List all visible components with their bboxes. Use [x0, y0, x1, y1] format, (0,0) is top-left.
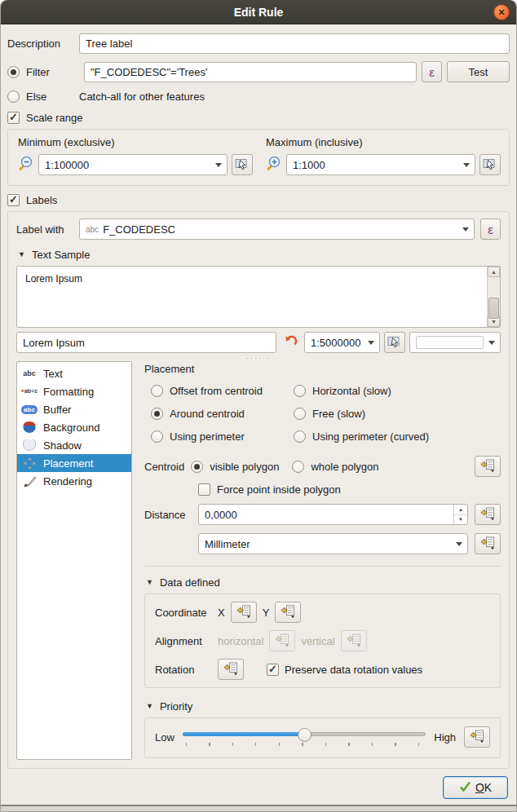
scrollbar-track[interactable]: [488, 277, 500, 316]
divider: [144, 566, 501, 567]
test-button[interactable]: Test: [447, 61, 510, 82]
rotation-data-defined-button[interactable]: [218, 659, 244, 680]
description-row: Description Tree label: [7, 33, 510, 54]
set-max-scale-from-canvas-button[interactable]: [479, 154, 501, 175]
label-field-combo[interactable]: abc F_CODEDESC: [79, 218, 475, 240]
priority-slider[interactable]: [183, 728, 426, 746]
else-description: Catch-all for other features: [79, 90, 205, 103]
data-defined-header[interactable]: ▼ Data defined: [146, 576, 501, 589]
preview-scrollbar[interactable]: ▲ ▼: [487, 267, 500, 327]
sample-scale-combo[interactable]: 1:5000000: [304, 332, 380, 353]
map-cursor-icon: [483, 157, 497, 173]
coordinate-y-data-defined-button[interactable]: [275, 602, 301, 623]
centroid-data-defined-button[interactable]: [475, 456, 501, 477]
chevron-down-icon: [210, 155, 227, 174]
buffer-icon: abc: [20, 405, 38, 414]
scale-range-label: Scale range: [26, 112, 82, 124]
ok-button[interactable]: OK: [443, 776, 508, 799]
edit-rule-dialog: Edit Rule ✕ Description Tree label Filte…: [0, 0, 517, 812]
priority-header[interactable]: ▼ Priority: [146, 700, 501, 713]
splitter-handle[interactable]: ······: [16, 355, 501, 361]
force-point-inside-checkbox[interactable]: [198, 483, 210, 496]
labels-toggle-row: Labels: [7, 194, 510, 206]
radio-around-centroid[interactable]: Around centroid: [151, 408, 294, 420]
priority-data-defined-button[interactable]: [464, 726, 490, 748]
vertical-label: vertical: [301, 635, 334, 647]
labels-label: Labels: [26, 194, 57, 206]
data-defined-icon: [480, 536, 495, 552]
maximum-scale-combo[interactable]: 1:1000: [286, 154, 475, 175]
preserve-rotation-label: Preserve data rotation values: [285, 664, 422, 676]
formatting-icon: +ab< c: [20, 389, 38, 394]
style-item-background[interactable]: Background: [17, 418, 131, 436]
slider-thumb[interactable]: [298, 728, 312, 742]
epsilon-icon: ε: [488, 223, 493, 236]
priority-low-label: Low: [155, 731, 175, 744]
radio-visible-polygon[interactable]: visible polygon: [191, 461, 279, 473]
paintbrush-icon: [20, 474, 38, 488]
radio-offset-from-centroid[interactable]: Offset from centroid: [151, 385, 294, 397]
sample-scale-from-canvas-button[interactable]: [384, 332, 405, 353]
scale-range-toggle-row: Scale range: [7, 112, 510, 124]
epsilon-icon: ε: [429, 65, 435, 79]
centroid-row: Centroid visible polygon whole polygon: [144, 456, 501, 477]
label-settings-area: abc Text +ab< c Formatting abc Buffer: [16, 361, 501, 760]
reset-sample-button[interactable]: [281, 332, 300, 353]
dialog-content: Description Tree label Filter "F_CODEDES…: [1, 24, 516, 805]
style-item-text[interactable]: abc Text: [17, 364, 131, 382]
spin-down-icon: ▼: [454, 515, 467, 525]
distance-spinbox[interactable]: 0,0000 ▲▼: [198, 504, 468, 525]
undo-arrow-icon: [284, 335, 298, 351]
data-defined-icon: [470, 730, 484, 745]
sample-text-input[interactable]: Lorem Ipsum: [16, 332, 276, 353]
else-radio[interactable]: [7, 90, 20, 103]
scroll-up-icon[interactable]: ▲: [488, 267, 500, 277]
y-label: Y: [263, 607, 270, 619]
centroid-label: Centroid: [144, 461, 184, 473]
set-min-scale-from-canvas-button[interactable]: [232, 154, 253, 175]
expression-builder-button[interactable]: ε: [422, 61, 442, 82]
distance-row: Distance 0,0000 ▲▼: [144, 504, 501, 525]
radio-whole-polygon[interactable]: whole polygon: [292, 461, 378, 473]
radio-horizontal-slow[interactable]: Horizontal (slow): [294, 385, 501, 397]
sample-background-color-combo[interactable]: [409, 332, 501, 353]
minimum-scale-combo[interactable]: 1:100000: [38, 154, 228, 175]
style-item-buffer[interactable]: abc Buffer: [17, 400, 131, 418]
coordinate-x-data-defined-button[interactable]: [231, 602, 257, 623]
text-sample-title: Text Sample: [32, 249, 91, 261]
labels-checkbox[interactable]: [7, 194, 20, 206]
priority-group: Low High: [144, 717, 501, 758]
filter-radio[interactable]: [7, 66, 20, 78]
preserve-rotation-checkbox[interactable]: [267, 664, 279, 676]
radio-using-perimeter[interactable]: Using perimeter: [151, 430, 294, 443]
scrollbar-thumb[interactable]: [488, 298, 499, 319]
radio-using-perimeter-curved[interactable]: Using perimeter (curved): [294, 430, 501, 443]
scale-range-checkbox[interactable]: [7, 112, 20, 124]
label-style-list: abc Text +ab< c Formatting abc Buffer: [16, 361, 132, 760]
titlebar[interactable]: Edit Rule ✕: [1, 0, 516, 24]
alignment-row: Alignment horizontal: [155, 630, 490, 651]
maximum-scale-col: Maximum (inclusive) 1:1000: [264, 135, 501, 175]
label-expression-button[interactable]: ε: [480, 218, 501, 240]
force-point-inside-label: Force point inside polygon: [217, 483, 341, 496]
text-sample-header[interactable]: ▼ Text Sample: [18, 249, 501, 261]
distance-data-defined-button[interactable]: [475, 504, 501, 525]
filter-expression-input[interactable]: "F_CODEDESC"='Trees': [84, 62, 417, 82]
close-button[interactable]: ✕: [493, 4, 510, 20]
radio-free-slow[interactable]: Free (slow): [294, 408, 501, 420]
minimum-scale-label: Minimum (exclusive): [18, 136, 253, 148]
style-item-shadow[interactable]: Shadow: [17, 436, 131, 454]
spin-arrows[interactable]: ▲▼: [453, 505, 467, 524]
style-item-placement[interactable]: Placement: [17, 454, 131, 472]
scale-range-group: Minimum (exclusive) 1:100000: [7, 129, 510, 186]
window-bottom-edge: [1, 805, 516, 811]
label-with-label: Label with: [16, 223, 73, 236]
unit-data-defined-button[interactable]: [475, 533, 501, 554]
style-item-formatting[interactable]: +ab< c Formatting: [17, 382, 131, 400]
distance-unit-combo[interactable]: Millimeter: [198, 533, 468, 554]
style-item-rendering[interactable]: Rendering: [17, 472, 131, 490]
rotation-row: Rotation: [155, 659, 490, 680]
alignment-horizontal-data-defined-button: [269, 630, 295, 651]
dialog-buttons-row: OK: [7, 769, 510, 801]
description-input[interactable]: Tree label: [79, 33, 510, 54]
